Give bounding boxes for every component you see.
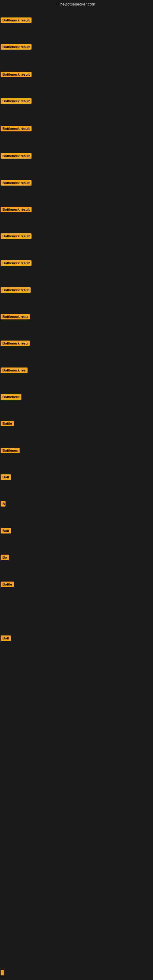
bottleneck-result-badge[interactable]: Bottleneck [1, 394, 21, 400]
badge-container-3: Bottleneck result [1, 72, 32, 78]
bottleneck-result-badge[interactable]: Bottle [1, 582, 14, 587]
bottleneck-result-badge[interactable]: Bolt [1, 635, 11, 641]
bottleneck-result-badge[interactable]: Bottleneck resu [1, 340, 30, 346]
badge-container-23: Bolt [1, 635, 11, 642]
bottleneck-result-badge[interactable]: Bottleneck result [1, 260, 32, 266]
badge-container-4: Bottleneck result [1, 98, 32, 105]
bottleneck-result-badge[interactable]: Bottleneck result [1, 153, 32, 159]
badge-container-1: Bottleneck result [1, 18, 32, 24]
bottleneck-result-badge[interactable]: | [1, 970, 4, 975]
badge-container-13: Bottleneck resu [1, 340, 30, 347]
badge-container-19: B [1, 501, 5, 508]
badge-container-18: Bott [1, 474, 11, 481]
bottleneck-result-badge[interactable]: Bottleneck result [1, 44, 32, 49]
site-title: TheBottlenecker.com [0, 0, 153, 8]
badge-container-12: Bottleneck resu [1, 314, 30, 321]
badge-container-5: Bottleneck result [1, 126, 32, 133]
badge-container-9: Bottleneck result [1, 233, 32, 240]
bottleneck-result-badge[interactable]: Bottleneck result [1, 207, 32, 212]
bottleneck-result-badge[interactable]: Bottleneck resu [1, 314, 30, 320]
badge-container-22: Bottle [1, 582, 14, 588]
badge-container-15: Bottleneck [1, 394, 21, 401]
bottleneck-result-badge[interactable]: Bottleneck result [1, 233, 32, 239]
bottleneck-result-badge[interactable]: Bottleneck result [1, 180, 32, 186]
badge-container-20: Bott [1, 528, 11, 535]
bottleneck-result-badge[interactable]: Bottleneck result [1, 18, 32, 23]
bottleneck-result-badge[interactable]: Bottleneck res [1, 368, 27, 373]
badge-container-2: Bottleneck result [1, 44, 32, 51]
badge-container-6: Bottleneck result [1, 153, 32, 160]
badge-container-21: Bo [1, 555, 9, 562]
bottleneck-result-badge[interactable]: Bott [1, 474, 11, 480]
bottleneck-result-badge[interactable]: Bottle [1, 421, 14, 426]
badge-container-10: Bottleneck result [1, 260, 32, 267]
badge-container-16: Bottle [1, 421, 14, 428]
bottleneck-result-badge[interactable]: Bottleneck result [1, 72, 32, 77]
bottleneck-result-badge[interactable]: Bottleneck resul [1, 287, 30, 293]
bottleneck-result-badge[interactable]: Bottleneck result [1, 126, 32, 131]
badge-container-14: Bottleneck res [1, 368, 27, 374]
badge-container-17: Bottlenec [1, 448, 19, 455]
badge-container-24: | [1, 970, 4, 977]
bottleneck-result-badge[interactable]: Bo [1, 555, 9, 560]
badge-container-11: Bottleneck resul [1, 287, 30, 294]
badge-container-7: Bottleneck result [1, 180, 32, 187]
bottleneck-result-badge[interactable]: Bottlenec [1, 448, 19, 453]
badge-container-8: Bottleneck result [1, 207, 32, 213]
bottleneck-result-badge[interactable]: B [1, 501, 5, 506]
bottleneck-result-badge[interactable]: Bottleneck result [1, 98, 32, 104]
bottleneck-result-badge[interactable]: Bott [1, 528, 11, 533]
